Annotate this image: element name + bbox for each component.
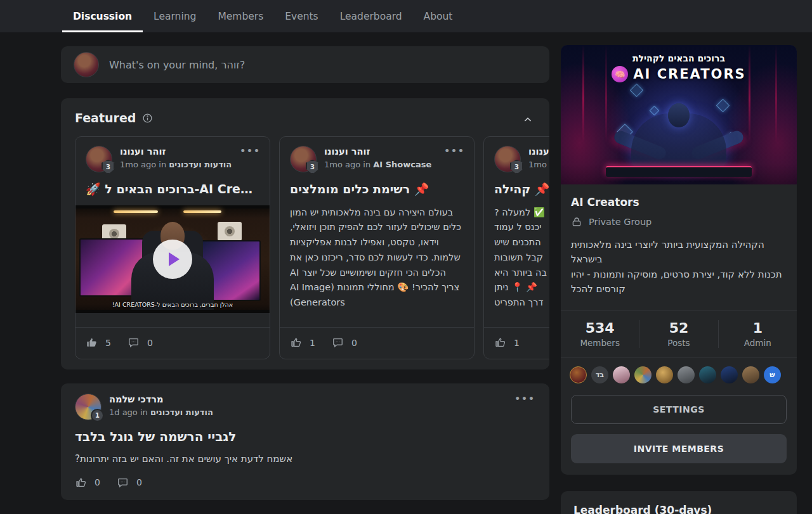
group-card: ברוכים הבאים לקהילת 🧠 AI CREATORS AI Cre… — [561, 45, 797, 475]
top-nav: Discussion Learning Members Events Leade… — [0, 0, 812, 32]
post-meta: 1mo ago in AI Showcase — [324, 160, 431, 169]
member-avatar[interactable] — [613, 366, 630, 383]
post-composer[interactable]: What's on your mind, זוהר? — [61, 46, 549, 83]
post-meta: 1mo ago in הודעות ועדכונים — [120, 160, 232, 169]
featured-post-title[interactable]: 📌 רשימת כלים מומלצים — [290, 181, 464, 198]
comment-icon — [128, 337, 140, 349]
author-name[interactable]: זוהר וענונו — [120, 146, 232, 158]
studio-speaker — [218, 222, 242, 241]
member-avatar[interactable]: בד — [591, 366, 608, 383]
member-avatar[interactable] — [721, 366, 738, 383]
featured-section: Featured 3 זוהר וענונ — [61, 98, 549, 369]
video-caption: אהלן חברים, ברוכים הבאים ל-AI CREATORS! — [75, 301, 270, 308]
video-thumbnail[interactable]: אהלן חברים, ברוכים הבאים ל-AI CREATORS! — [75, 205, 270, 313]
like-button[interactable]: 1 — [290, 337, 315, 349]
author-avatar[interactable]: 3 — [290, 146, 317, 172]
author-name[interactable]: זוהר וענונו — [324, 146, 431, 158]
stat-posts[interactable]: 52 Posts — [639, 320, 717, 348]
author-avatar[interactable]: 3 — [86, 146, 112, 172]
post-body: אשמח לדעת איך עושים את זה. והאם יש בזה י… — [75, 452, 535, 466]
group-banner: ברוכים הבאים לקהילת 🧠 AI CREATORS — [561, 45, 797, 184]
settings-button[interactable]: SETTINGS — [571, 395, 787, 424]
like-button[interactable]: 5 — [86, 337, 111, 349]
author-name[interactable]: זוהר וענונו — [528, 146, 549, 158]
author-avatar[interactable]: 3 — [494, 146, 521, 172]
banner-welcome-text: ברוכים הבאים לקהילת — [561, 53, 797, 63]
banner-brand-text: AI CREATORS — [633, 67, 745, 82]
tab-members[interactable]: Members — [207, 0, 274, 32]
thumbs-up-icon — [290, 337, 302, 349]
featured-card-welcome[interactable]: 3 זוהר וענונו 1mo ago in הודעות ועדכונים… — [75, 136, 270, 359]
tab-about[interactable]: About — [413, 0, 464, 32]
author-avatar[interactable]: 1 — [75, 394, 102, 420]
more-options-icon[interactable]: ••• — [240, 146, 261, 156]
member-avatars-row: בד ש — [561, 357, 797, 383]
post-title[interactable]: לגביי הרשמה של גוגל בלבד — [75, 429, 535, 444]
play-button-icon[interactable] — [153, 240, 192, 279]
feed-column: What's on your mind, זוהר? Featured — [61, 32, 549, 500]
featured-title: Featured — [75, 111, 136, 125]
tab-learning[interactable]: Learning — [143, 0, 207, 32]
featured-post-body: ✅ למעלה ? יכנס ל עמוד התכנים שיש קבל תשו… — [494, 205, 549, 311]
community-page: Discussion Learning Members Events Leade… — [0, 0, 812, 514]
featured-post-title[interactable]: 🚀 ברוכים הבאים ל-AI Creat… — [86, 181, 259, 198]
member-avatar[interactable]: ש — [764, 366, 781, 383]
more-options-icon[interactable]: ••• — [514, 394, 535, 404]
post-meta: 1d ago in הודעות ועדכונים — [109, 408, 213, 417]
comment-icon — [332, 337, 344, 349]
featured-post-body: בעולם היצירה עם בינה מלאכותית יש המון כל… — [290, 205, 464, 311]
comment-button[interactable]: 0 — [117, 477, 142, 489]
featured-post-title[interactable]: 📌 קהילה — [494, 181, 549, 198]
tab-events[interactable]: Events — [274, 0, 329, 32]
tab-leaderboard[interactable]: Leaderboard — [329, 0, 413, 32]
author-name[interactable]: מרדכי שלמה — [109, 394, 213, 406]
group-name: AI Creators — [571, 196, 787, 209]
leaderboard-card: Leaderboard (30-days) — [561, 491, 797, 514]
group-sidebar: ברוכים הבאים לקהילת 🧠 AI CREATORS AI Cre… — [561, 45, 797, 514]
stat-members[interactable]: 534 Members — [561, 320, 639, 348]
collapse-chevron-up-icon[interactable] — [523, 115, 533, 127]
featured-card-tools[interactable]: 3 זוהר וענונו 1mo ago in AI Showcase •••… — [279, 136, 475, 359]
member-avatar[interactable] — [634, 366, 652, 383]
tab-discussion[interactable]: Discussion — [62, 0, 143, 32]
member-avatar[interactable] — [699, 366, 716, 383]
current-user-avatar — [74, 52, 99, 77]
invite-members-button[interactable]: INVITE MEMBERS — [571, 434, 787, 463]
group-description: הקהילה המקצועית ביותר ליוצרי בינה מלאכות… — [571, 238, 787, 297]
group-stats: 534 Members 52 Posts 1 Admin — [561, 311, 797, 357]
info-icon[interactable] — [142, 113, 153, 124]
more-options-icon[interactable]: ••• — [444, 146, 465, 156]
thumbs-up-icon — [494, 337, 506, 349]
like-button[interactable]: 0 — [75, 477, 100, 489]
comment-button[interactable]: 0 — [332, 337, 357, 349]
member-avatar[interactable] — [656, 366, 673, 383]
thumbs-up-icon — [86, 337, 98, 349]
member-avatar[interactable] — [742, 366, 759, 383]
member-avatar[interactable] — [570, 366, 587, 383]
comment-icon — [117, 477, 129, 489]
like-button[interactable]: 1 — [494, 337, 520, 349]
comment-button[interactable]: 0 — [128, 337, 153, 349]
composer-placeholder: What's on your mind, זוהר? — [109, 59, 245, 71]
level-badge: 1 — [91, 409, 104, 422]
banner-keyboard — [606, 166, 752, 177]
featured-card-community[interactable]: 3 זוהר וענונו 1mo 📌 קהילה ✅ למעלה ? יכנס… — [483, 136, 549, 359]
thumbs-up-icon — [75, 477, 87, 489]
brain-icon: 🧠 — [612, 66, 628, 82]
feed-post[interactable]: 1 מרדכי שלמה 1d ago in הודעות ועדכונים •… — [61, 383, 549, 500]
stat-admins[interactable]: 1 Admin — [718, 320, 797, 348]
lock-icon — [571, 216, 582, 228]
member-avatar[interactable] — [678, 366, 695, 383]
privacy-label: Private Group — [589, 217, 652, 227]
leaderboard-title: Leaderboard (30-days) — [573, 504, 784, 514]
post-meta: 1mo — [528, 160, 549, 169]
featured-cards-row: 3 זוהר וענונו 1mo ago in הודעות ועדכונים… — [75, 136, 549, 359]
